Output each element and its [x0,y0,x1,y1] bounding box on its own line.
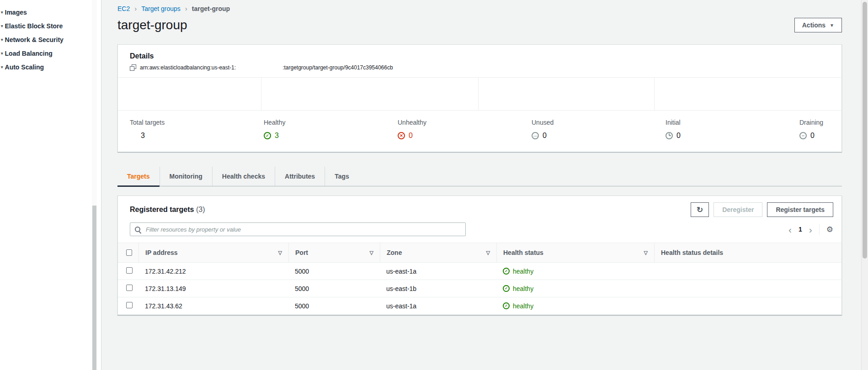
targets-table-body: 172.31.42.212 5000 us-east-1a healthy 17… [118,263,841,315]
row-checkbox-cell [118,267,138,275]
table-row[interactable]: 172.31.13.149 5000 us-east-1b healthy [118,280,841,297]
cell-zone: us-east-1a [380,302,496,310]
sidebar-section-header[interactable]: Elastic Block Store [6,22,101,30]
details-grid [118,77,841,111]
search-icon [134,226,141,233]
stat-icon [666,132,673,139]
target-stat: Draining 0 [788,119,841,140]
healthy-check-icon [503,302,510,309]
filter-icon[interactable]: ▽ [644,250,648,256]
tab[interactable]: Tags [325,167,359,186]
targets-table: IP address ▽ Port ▽ Zone ▽ Health status… [118,243,841,315]
registered-targets-count: (3) [196,206,205,213]
sidebar-section-header[interactable]: Load Balancing [6,50,101,58]
tab[interactable]: Monitoring [160,167,212,186]
tab-label: Attributes [285,173,315,180]
column-header[interactable]: Port ▽ [288,243,380,262]
column-header[interactable]: Health status ▽ [496,243,654,262]
page-scrollbar-thumb[interactable] [863,2,867,259]
targets-table-header: IP address ▽ Port ▽ Zone ▽ Health status… [118,243,841,263]
cell-zone: us-east-1a [380,268,496,275]
actions-button-label: Actions [802,21,825,29]
tab-label: Tags [335,173,349,180]
pagination-divider [819,224,820,235]
tab[interactable]: Targets [117,167,160,186]
select-all-checkbox[interactable] [126,249,132,256]
copy-icon[interactable] [130,64,136,71]
stat-value: 0 [532,132,654,140]
stat-label: Healthy [264,119,386,126]
tab[interactable]: Health checks [212,167,275,186]
sidebar-section-header[interactable]: Images [6,9,101,16]
stat-label: Total targets [130,119,252,126]
page-number[interactable]: 1 [799,226,802,233]
sidebar-scrollbar-thumb[interactable] [92,206,96,370]
stat-icon [264,132,271,139]
breadcrumb-target-groups[interactable]: Target groups [141,5,181,12]
prev-page-button[interactable]: ‹ [788,225,792,234]
page-title: target-group [117,18,187,32]
sidebar-section-header[interactable]: Network & Security [6,36,101,44]
filter-icon[interactable]: ▽ [486,250,490,256]
breadcrumb-ec2[interactable]: EC2 [117,5,130,12]
target-stats-row: Total targets 3 Healthy 3 Unhealthy [118,111,841,152]
next-page-button[interactable]: › [809,225,812,234]
sidebar-section: Elastic Block Store [6,22,101,30]
sidebar-scrollbar[interactable] [92,0,97,370]
cell-zone: us-east-1b [380,285,496,292]
table-row[interactable]: 172.31.43.62 5000 us-east-1a healthy [118,297,841,315]
target-stat: Initial 0 [654,119,788,140]
details-column [118,78,261,110]
breadcrumb-current: target-group [192,5,230,12]
sidebar-section: Images [6,9,101,16]
filter-input[interactable] [145,226,461,233]
column-header[interactable]: IP address ▽ [138,243,288,262]
target-stat: Healthy 3 [252,119,386,140]
stat-label: Unused [532,119,654,126]
column-header[interactable]: Zone ▽ [380,243,496,262]
details-column [261,78,478,110]
page-scrollbar[interactable] [861,0,868,370]
healthy-check-icon [503,285,510,292]
row-checkbox[interactable] [126,285,133,291]
filter-icon[interactable]: ▽ [278,250,282,256]
cell-ip-address: 172.31.43.62 [138,302,288,310]
stat-number: 3 [275,132,279,140]
stat-number: 0 [543,132,547,140]
tab-label: Health checks [222,173,265,180]
refresh-icon: ↻ [697,206,703,214]
stat-value: 0 [398,132,520,140]
table-row[interactable]: 172.31.42.212 5000 us-east-1a healthy [118,263,841,280]
refresh-button[interactable]: ↻ [691,202,709,217]
settings-gear-icon[interactable]: ⚙ [826,225,833,234]
caret-down-icon: ▼ [830,23,834,28]
stat-value: 0 [799,132,841,140]
tab-label: Targets [127,173,150,180]
target-stat: Unhealthy 0 [386,119,520,140]
cell-port: 5000 [288,268,380,275]
row-checkbox[interactable] [126,302,133,308]
sidebar-section: Load Balancing [6,50,101,58]
arn-prefix: arn:aws:elasticloadbalancing:us-east-1: [140,64,236,71]
breadcrumb: EC2 › Target groups › target-group [117,5,842,12]
ec2-sidebar: Images Elastic Block Store [0,0,101,370]
deregister-button[interactable]: Deregister [714,202,762,217]
sidebar-section-header[interactable]: Auto Scaling [6,63,101,71]
stat-value: 3 [130,132,252,140]
app-root: Images Elastic Block Store [0,0,868,370]
register-targets-button[interactable]: Register targets [767,202,833,217]
details-fields [273,89,478,99]
stat-label: Initial [666,119,788,126]
actions-button[interactable]: Actions ▼ [794,18,842,32]
arn-row: arn:aws:elasticloadbalancing:us-east-1: … [130,64,830,71]
sidebar-nav: Images Elastic Block Store [6,9,101,71]
row-checkbox[interactable] [126,267,133,274]
row-checkbox-cell [118,285,138,292]
sidebar-section: Network & Security [6,36,101,44]
stat-number: 0 [810,132,815,140]
tab[interactable]: Attributes [275,167,325,186]
targets-toolbar: ↻ Deregister Register targets [691,202,833,217]
column-header[interactable]: Health status details ▽ [654,243,841,262]
health-status-text: healthy [513,285,533,292]
filter-icon[interactable]: ▽ [370,250,373,256]
